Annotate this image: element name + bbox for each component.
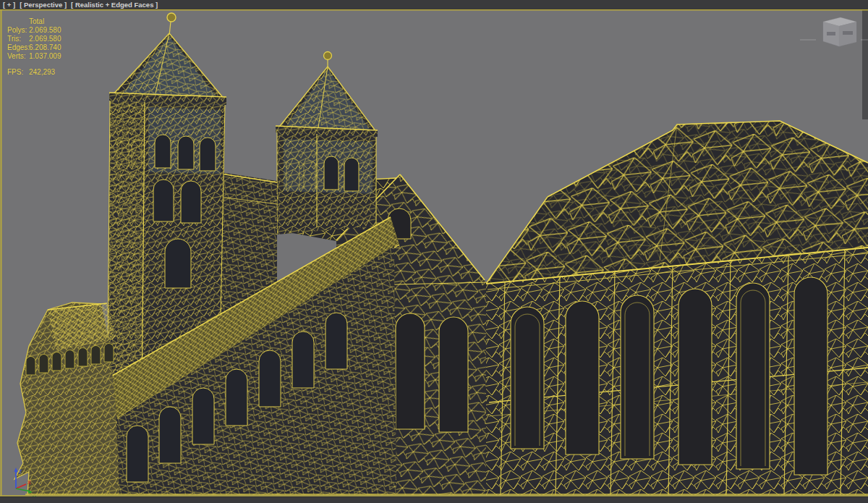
viewcube-face-text-mark	[827, 32, 835, 35]
stats-row-edges: Edges:6.208.740	[7, 43, 61, 52]
stats-row-tris: Tris:2.069.580	[7, 35, 61, 43]
spire-finial-ball	[167, 13, 176, 22]
nave-wall-right	[486, 248, 868, 495]
viewport-menu-shading[interactable]: [ Realistic + Edged Faces ]	[68, 0, 159, 9]
viewport-canvas[interactable]: z x y	[0, 0, 868, 503]
viewport: z x y [ + ][ Perspective ][ Realistic + …	[0, 0, 868, 503]
stats-header: Total	[29, 17, 61, 26]
viewport-menu-general[interactable]: [ + ]	[0, 0, 17, 9]
viewport-label-bar: [ + ][ Perspective ][ Realistic + Edged …	[0, 0, 868, 9]
axis-x-label: x	[27, 478, 31, 486]
stats-row-fps: FPS:242,293	[7, 68, 61, 77]
viewcube-face-text-mark	[843, 31, 853, 35]
axis-z-label: z	[19, 468, 22, 475]
right-edge-shadow	[862, 9, 868, 119]
spire-finial-ball	[324, 52, 332, 60]
status-bar	[0, 496, 868, 503]
statistics-overlay: Total Polys:2.069.580 Tris:2.069.580 Edg…	[7, 17, 61, 77]
stats-row-verts: Verts:1.037.009	[7, 52, 61, 61]
stats-row-polys: Polys:2.069.580	[7, 26, 61, 35]
viewport-menu-pov[interactable]: [ Perspective ]	[17, 0, 68, 9]
